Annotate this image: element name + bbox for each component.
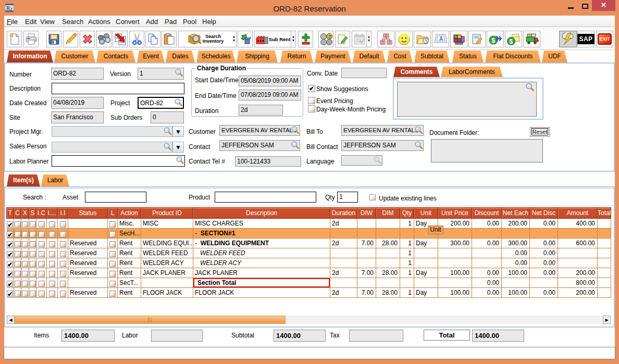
svg-text:$: $	[509, 38, 513, 45]
svg-text:2: 2	[10, 7, 13, 12]
svg-text:$: $	[491, 37, 495, 44]
svg-text:A: A	[439, 36, 443, 42]
svg-text:?: ?	[328, 34, 331, 39]
